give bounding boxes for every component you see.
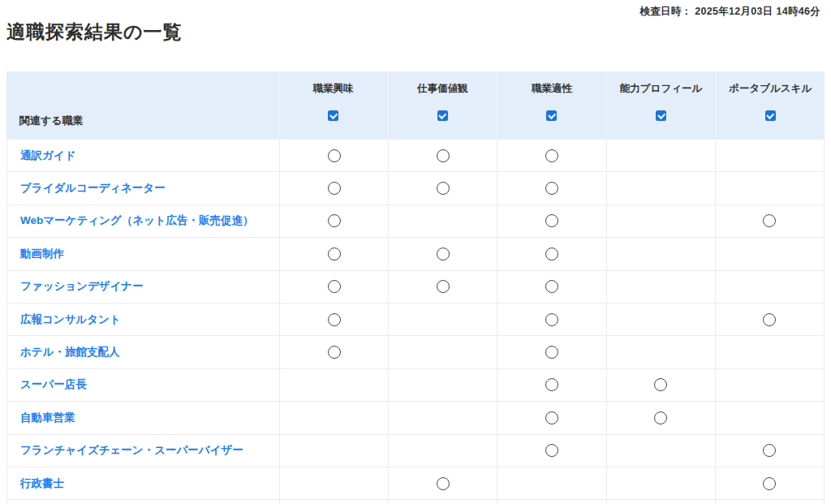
- job-name-cell: 行政書士: [7, 467, 279, 499]
- job-link[interactable]: 自動車営業: [20, 411, 75, 425]
- job-link[interactable]: 動画制作: [20, 247, 64, 261]
- table-row: ホテル・旅館支配人: [7, 336, 824, 368]
- match-circle-icon: [437, 477, 450, 490]
- column-header: ポータブルスキル: [715, 71, 825, 140]
- mark-cell: [497, 205, 605, 237]
- column-header-label: 職業興味: [313, 82, 354, 96]
- match-circle-icon: [654, 411, 667, 424]
- mark-cell: [388, 435, 497, 467]
- column-header-label: ポータブルスキル: [729, 82, 812, 96]
- column-filter-checkbox[interactable]: [437, 110, 448, 121]
- job-name-cell: スーパー店長: [7, 369, 279, 401]
- mark-cell: [715, 304, 824, 335]
- job-link[interactable]: フランチャイズチェーン・スーパーバイザー: [20, 443, 243, 458]
- table-row: ファッションデザイナー: [7, 271, 824, 304]
- match-circle-icon: [437, 182, 450, 195]
- mark-cell: [388, 271, 497, 303]
- mark-cell: [279, 205, 388, 237]
- job-name-cell: 動画制作: [7, 238, 279, 269]
- mark-cell: [388, 304, 497, 335]
- mark-cell: [388, 402, 497, 433]
- match-circle-icon: [328, 313, 341, 326]
- match-circle-icon: [763, 444, 776, 457]
- mark-cell: [606, 304, 715, 335]
- column-filter-checkbox[interactable]: [546, 110, 557, 121]
- mark-cell: [388, 172, 497, 204]
- table-row: フランチャイズチェーン・スーパーバイザー: [7, 435, 824, 467]
- mark-cell: [388, 140, 497, 171]
- job-link[interactable]: スーパー店長: [20, 377, 87, 392]
- mark-cell: [606, 500, 715, 504]
- mark-cell: [388, 467, 497, 499]
- job-name-cell: 広報コンサルタント: [7, 304, 279, 335]
- mark-cell: [715, 369, 824, 401]
- match-circle-icon: [545, 444, 558, 457]
- mark-cell: [279, 369, 388, 401]
- job-name-cell: ファッションデザイナー: [7, 271, 279, 303]
- column-filter-checkbox[interactable]: [656, 110, 666, 121]
- column-header-label: 仕事価値観: [417, 82, 468, 96]
- mark-cell: [606, 271, 715, 303]
- mark-cell: [497, 238, 605, 269]
- table-body: 通訳ガイド ブライダルコーディネーター Webマーケティング（ネット広告・販売促…: [6, 140, 825, 504]
- match-circle-icon: [654, 378, 667, 391]
- match-circle-icon: [328, 182, 341, 195]
- match-circle-icon: [545, 346, 558, 359]
- mark-cell: [279, 271, 388, 303]
- column-filter-checkbox[interactable]: [328, 110, 338, 121]
- page-title: 適職探索結果の一覧: [6, 19, 183, 45]
- job-name-cell: [7, 500, 279, 504]
- mark-cell: [606, 435, 715, 467]
- match-circle-icon: [328, 214, 341, 227]
- match-circle-icon: [437, 149, 450, 162]
- mark-cell: [715, 238, 824, 269]
- match-circle-icon: [545, 378, 558, 391]
- mark-cell: [279, 304, 388, 335]
- column-filter-checkbox[interactable]: [765, 110, 776, 121]
- mark-cell: [497, 467, 605, 499]
- mark-cell: [497, 369, 605, 401]
- job-name-cell: Webマーケティング（ネット広告・販売促進）: [7, 205, 279, 237]
- job-link[interactable]: ホテル・旅館支配人: [20, 345, 119, 360]
- mark-cell: [279, 140, 388, 171]
- job-link[interactable]: ブライダルコーディネーター: [20, 181, 166, 196]
- results-table: 関連する職業 職業興味 仕事価値観 職業適性 能力プロフィール ポータブルスキル…: [6, 71, 825, 504]
- job-name-cell: ホテル・旅館支配人: [7, 336, 279, 368]
- mark-cell: [497, 336, 605, 368]
- mark-cell: [606, 238, 715, 269]
- job-link[interactable]: 広報コンサルタント: [20, 312, 121, 327]
- table-row: 動画制作: [7, 238, 824, 270]
- job-link[interactable]: 通訳ガイド: [20, 149, 75, 163]
- mark-cell: [715, 172, 824, 204]
- match-circle-icon: [545, 411, 558, 424]
- mark-cell: [715, 467, 824, 499]
- job-name-cell: ブライダルコーディネーター: [7, 172, 279, 204]
- mark-cell: [715, 271, 824, 303]
- mark-cell: [279, 500, 388, 504]
- job-name-cell: 自動車営業: [7, 402, 279, 433]
- table-row: スーパー店長: [7, 369, 824, 402]
- table-row: 行政書士: [7, 467, 824, 500]
- job-link[interactable]: ファッションデザイナー: [20, 279, 144, 294]
- table-header-row: 関連する職業 職業興味 仕事価値観 職業適性 能力プロフィール ポータブルスキル: [6, 71, 825, 140]
- table-row: Webマーケティング（ネット広告・販売促進）: [7, 205, 824, 238]
- mark-cell: [715, 402, 824, 433]
- mark-cell: [279, 238, 388, 269]
- inspection-datetime: 検査日時： 2025年12月03日 14時46分: [639, 5, 820, 19]
- mark-cell: [388, 205, 497, 237]
- match-circle-icon: [545, 149, 558, 162]
- mark-cell: [497, 304, 605, 335]
- mark-cell: [279, 172, 388, 204]
- mark-cell: [497, 271, 605, 303]
- job-link[interactable]: Webマーケティング（ネット広告・販売促進）: [20, 213, 254, 228]
- match-circle-icon: [763, 313, 776, 326]
- mark-cell: [497, 172, 605, 204]
- mark-cell: [606, 467, 715, 499]
- mark-cell: [279, 336, 388, 368]
- job-link[interactable]: 行政書士: [20, 476, 64, 491]
- match-circle-icon: [545, 248, 558, 261]
- table-row: 広報コンサルタント: [7, 304, 824, 336]
- mark-cell: [606, 140, 715, 171]
- table-row: 通訳ガイド: [7, 140, 824, 172]
- mark-cell: [279, 467, 388, 499]
